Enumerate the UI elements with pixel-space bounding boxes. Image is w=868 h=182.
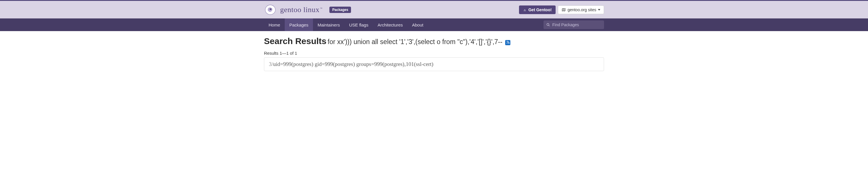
logo-area[interactable]: gentoo linux™ Packages (264, 3, 351, 16)
gentoo-sites-dropdown[interactable]: gentoo.org sites (558, 5, 604, 14)
brand-name: gentoo linux™ (280, 5, 322, 14)
nav-architectures[interactable]: Architectures (373, 19, 407, 31)
result-item[interactable]: 3/uid=999(postgres) gid=999(postgres) gr… (264, 57, 604, 71)
result-prefix: 3/ (269, 61, 273, 67)
svg-line-3 (549, 25, 550, 26)
nav-items: Home Packages Maintainers USE flags Arch… (264, 19, 428, 31)
page-subtitle: for xx'))) union all select '1','3',(sel… (328, 38, 503, 46)
search-input[interactable] (552, 23, 601, 27)
svg-point-4 (507, 43, 507, 44)
nav-search[interactable] (544, 21, 604, 29)
top-banner: gentoo linux™ Packages Get Gentoo! gento… (0, 0, 868, 19)
caret-down-icon (598, 9, 600, 11)
download-icon (523, 8, 527, 11)
main-navbar: Home Packages Maintainers USE flags Arch… (0, 19, 868, 31)
gentoo-logo-icon (264, 3, 277, 16)
search-icon (547, 23, 550, 27)
nav-home[interactable]: Home (264, 19, 285, 31)
svg-point-1 (270, 8, 272, 10)
rss-icon[interactable] (505, 40, 510, 45)
content: Search Results for xx'))) union all sele… (264, 31, 604, 71)
nav-about[interactable]: About (407, 19, 428, 31)
map-icon (562, 8, 566, 12)
results-count: Results 1—1 of 1 (264, 51, 604, 56)
svg-point-2 (547, 23, 549, 25)
page-title: Search Results (264, 36, 327, 46)
result-text: uid=999(postgres) gid=999(postgres) grou… (273, 61, 433, 67)
nav-maintainers[interactable]: Maintainers (313, 19, 345, 31)
nav-packages[interactable]: Packages (285, 19, 313, 31)
packages-badge[interactable]: Packages (330, 7, 351, 13)
get-gentoo-button[interactable]: Get Gentoo! (519, 5, 556, 14)
nav-use-flags[interactable]: USE flags (344, 19, 373, 31)
